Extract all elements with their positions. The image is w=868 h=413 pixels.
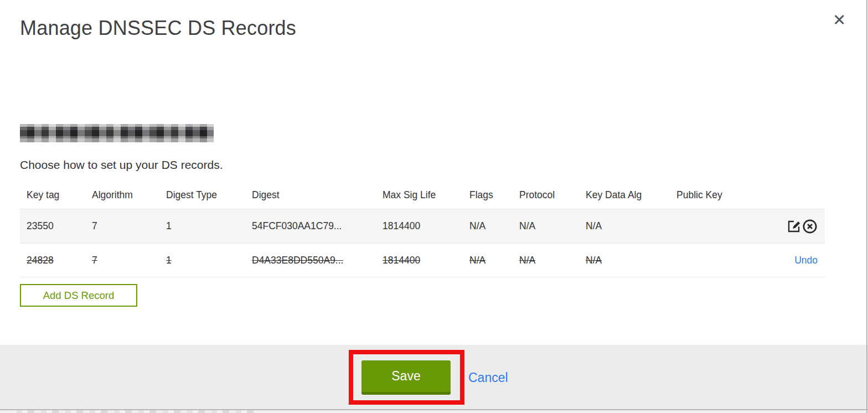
table-row-deleted: 24828 7 1 D4A33E8DD550A9... 1814400 N/A … — [20, 243, 825, 277]
cell-digest-type: 1 — [166, 220, 252, 232]
cell-digest-type: 1 — [166, 255, 252, 266]
table-row-active: 23550 7 1 54FCF030AA1C79... 1814400 N/A … — [20, 209, 825, 243]
row-actions: Undo — [754, 255, 825, 266]
cell-flags: N/A — [469, 255, 519, 266]
cell-key-data-alg: N/A — [586, 220, 676, 232]
cell-key-tag: 23550 — [27, 220, 92, 232]
page-title: Manage DNSSEC DS Records — [20, 17, 296, 40]
cell-max-sig-life: 1814400 — [383, 220, 469, 232]
subtitle-text: Choose how to set up your DS records. — [20, 158, 223, 172]
cell-max-sig-life: 1814400 — [383, 255, 469, 266]
add-ds-record-button[interactable]: Add DS Record — [20, 284, 137, 307]
close-icon[interactable]: ✕ — [830, 10, 848, 30]
column-header-public-key: Public Key — [676, 189, 754, 201]
undo-link[interactable]: Undo — [794, 255, 818, 266]
background-page-strip — [0, 410, 868, 413]
cell-digest: 54FCF030AA1C79... — [252, 220, 383, 232]
column-header-digest-type: Digest Type — [166, 189, 252, 201]
row-actions — [754, 219, 825, 234]
cell-protocol: N/A — [519, 220, 586, 232]
window-right-edge — [866, 0, 867, 413]
dnssec-modal: Manage DNSSEC DS Records ✕ Choose how to… — [0, 0, 868, 413]
ds-records-table: Key tag Algorithm Digest Type Digest Max… — [20, 182, 825, 277]
modal-footer: Save Cancel — [0, 345, 868, 409]
cell-algorithm: 7 — [92, 255, 166, 266]
column-header-flags: Flags — [469, 189, 519, 201]
redacted-domain-name — [20, 124, 214, 142]
cell-key-tag: 24828 — [27, 255, 92, 266]
column-header-protocol: Protocol — [519, 189, 586, 201]
cell-algorithm: 7 — [92, 220, 166, 232]
edit-icon[interactable] — [787, 219, 801, 234]
column-header-max-sig-life: Max Sig Life — [383, 189, 469, 201]
column-header-digest: Digest — [252, 189, 383, 201]
cell-key-data-alg: N/A — [586, 255, 676, 266]
save-button[interactable]: Save — [361, 360, 451, 395]
column-header-algorithm: Algorithm — [92, 189, 166, 201]
redacted-background-content — [17, 410, 255, 413]
cell-protocol: N/A — [519, 255, 586, 266]
table-header-row: Key tag Algorithm Digest Type Digest Max… — [20, 182, 825, 209]
cancel-link[interactable]: Cancel — [468, 370, 508, 385]
delete-x-icon[interactable] — [802, 219, 818, 234]
cell-digest: D4A33E8DD550A9... — [252, 255, 383, 266]
cell-flags: N/A — [469, 220, 519, 232]
column-header-key-data-alg: Key Data Alg — [586, 189, 676, 201]
column-header-key-tag: Key tag — [27, 189, 92, 201]
